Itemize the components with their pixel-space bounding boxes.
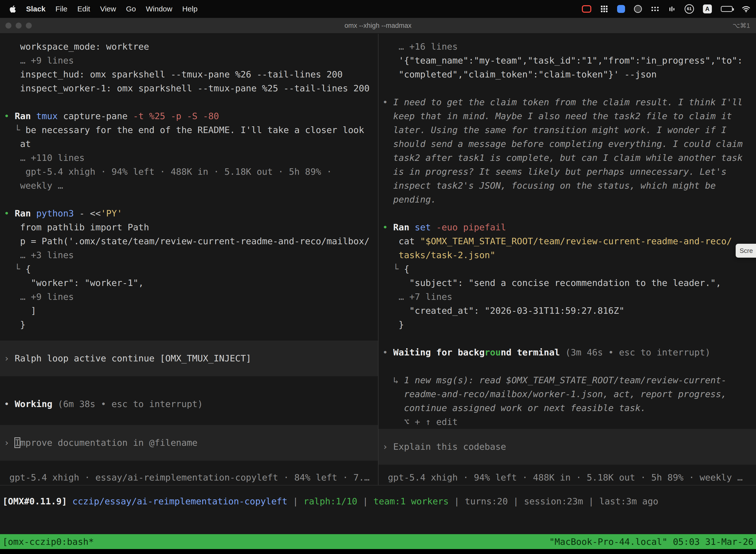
terminal-line: keep that in mind. Maybe I also need the… bbox=[382, 109, 756, 123]
terminal-line: inspect task2's JSON, focusing on the st… bbox=[382, 179, 756, 192]
text-segment: … +16 lines bbox=[382, 42, 458, 52]
menu-item-view[interactable]: View bbox=[100, 5, 116, 13]
menu-item-edit[interactable]: Edit bbox=[77, 5, 90, 13]
active-app-name[interactable]: Slack bbox=[26, 5, 45, 13]
terminal-line: gpt-5.4 xhigh · 94% left · 488K in · 5.1… bbox=[382, 470, 756, 485]
terminal-line: '{"team_name":"my-team","task_id":"1","f… bbox=[382, 54, 756, 67]
prompt-strip-explain[interactable]: › Explain this codebase bbox=[378, 429, 756, 465]
text-segment: python3 bbox=[36, 208, 79, 218]
input-source-icon[interactable]: A bbox=[703, 4, 712, 13]
composer-suggestion-line[interactable]: › Explain this codebase bbox=[382, 440, 752, 454]
text-segment: readme-and-reco/mailbox/worker-1.json, a… bbox=[382, 389, 727, 399]
text-segment: • bbox=[4, 399, 15, 409]
prompt-strip-ralph: › Ralph loop active continue [OMX_TMUX_I… bbox=[0, 340, 378, 376]
terminal-line: … +9 lines bbox=[4, 290, 378, 304]
text-segment: weekly … bbox=[4, 180, 63, 190]
text-segment: be necessary for the end of the README. … bbox=[25, 125, 364, 135]
text-segment: - << bbox=[79, 208, 101, 218]
text-segment: • bbox=[382, 222, 393, 232]
tmux-host-and-clock: "MacBook-Pro-44.local" 05:03 31-Mar-26 bbox=[549, 537, 754, 547]
text-segment: keep that in mind. Maybe I also need the… bbox=[382, 111, 732, 121]
terminal-line: └ be necessary for the end of the README… bbox=[4, 123, 378, 137]
apple-menu-icon[interactable] bbox=[9, 5, 16, 13]
text-segment: • bbox=[4, 208, 15, 218]
tmux-session-name: [omx-cczip0:bash* bbox=[2, 537, 94, 547]
left-pane-statusline: gpt-5.4 xhigh · essay/ai-reimplementatio… bbox=[4, 470, 378, 485]
text-segment: | bbox=[358, 496, 374, 506]
text-segment: | bbox=[288, 496, 304, 506]
minimize-button[interactable] bbox=[16, 22, 21, 29]
terminal-line: inspect_worker-1: omx sparkshell --tmux-… bbox=[4, 81, 378, 95]
close-button[interactable] bbox=[5, 22, 11, 29]
text-segment: tasks/task-2.json" bbox=[382, 250, 495, 260]
text-segment: workspace_mode: worktree bbox=[4, 42, 149, 52]
text-segment: session:23m bbox=[524, 496, 583, 506]
terminal-line bbox=[4, 192, 378, 207]
zoom-button[interactable] bbox=[26, 22, 32, 29]
bars-icon[interactable] bbox=[668, 5, 676, 13]
text-segment: gpt-5.4 xhigh · 94% left · 488K in · 5.1… bbox=[382, 472, 743, 483]
text-segment: p = Path('.omx/state/team/review-current… bbox=[4, 236, 370, 246]
terminal-line: ↳ 1 new msg(s): read $OMX_TEAM_STATE_ROO… bbox=[382, 373, 756, 387]
dots-grid-icon[interactable] bbox=[651, 6, 659, 12]
terminal-line: • Waiting for background terminal (3m 46… bbox=[382, 345, 756, 359]
text-segment: { bbox=[25, 264, 31, 274]
text-segment: | bbox=[583, 496, 599, 506]
text-segment: "created_at": "2026-03-31T11:59:27.816Z" bbox=[382, 306, 624, 316]
text-segment: inspect_worker-1: omx sparkshell --tmux-… bbox=[4, 83, 370, 93]
text-segment: • bbox=[382, 347, 393, 357]
menu-bar-status-icons: 61 A bbox=[582, 4, 751, 14]
text-segment: later. Using the same for transition mig… bbox=[382, 125, 727, 135]
text-segment: turns:20 bbox=[465, 496, 508, 506]
terminal-line: continue assigned work or next feasible … bbox=[382, 401, 756, 415]
raycast-icon[interactable] bbox=[617, 5, 625, 13]
text-segment: … +9 lines bbox=[4, 292, 74, 302]
menu-bar: Slack File Edit View Go Window Help 61 A bbox=[0, 0, 756, 18]
tmux-panes: workspace_mode: worktree … +9 lines insp… bbox=[0, 34, 756, 485]
terminal-line: later. Using the same for transition mig… bbox=[382, 123, 756, 137]
app-circle-icon[interactable] bbox=[634, 5, 642, 13]
text-segment: • bbox=[4, 111, 15, 121]
text-segment: Ran bbox=[15, 208, 36, 218]
terminal-line: gpt-5.4 xhigh · 94% left · 488K in · 5.1… bbox=[4, 165, 378, 179]
gauge-icon[interactable]: 61 bbox=[685, 4, 694, 14]
terminal: workspace_mode: worktree … +9 lines insp… bbox=[0, 34, 756, 554]
right-pane-output: … +16 lines '{"team_name":"my-team","tas… bbox=[382, 40, 756, 429]
terminal-line: … +9 lines bbox=[4, 54, 378, 67]
spacer bbox=[382, 465, 756, 470]
terminal-line: pending. bbox=[382, 192, 756, 207]
terminal-line bbox=[4, 95, 378, 109]
prompt-strip-improve[interactable]: › Improve documentation in @filename bbox=[0, 425, 378, 461]
screenshot-notification[interactable]: Scre bbox=[736, 244, 756, 258]
menu-item-go[interactable]: Go bbox=[126, 5, 136, 13]
terminal-line: • Ran python3 - <<'PY' bbox=[4, 207, 378, 220]
text-segment: } bbox=[382, 320, 404, 330]
menu-item-help[interactable]: Help bbox=[182, 5, 198, 13]
terminal-line: p = Path('.omx/state/team/review-current… bbox=[4, 234, 378, 248]
terminal-line bbox=[382, 332, 756, 345]
text-segment: tmux bbox=[36, 111, 63, 121]
wifi-icon[interactable] bbox=[742, 5, 751, 12]
menu-bar-left: Slack File Edit View Go Window Help bbox=[9, 5, 197, 13]
text-segment: Working bbox=[15, 399, 58, 409]
omx-status-line: [OMX#0.11.9] cczip/essay/ai-reimplementa… bbox=[2, 494, 756, 508]
left-pane: workspace_mode: worktree … +9 lines insp… bbox=[0, 34, 378, 485]
injected-prompt-text: Ralph loop active continue [OMX_TMUX_INJ… bbox=[15, 353, 251, 364]
menu-item-file[interactable]: File bbox=[55, 5, 67, 13]
right-pane-statusline: gpt-5.4 xhigh · 94% left · 488K in · 5.1… bbox=[382, 470, 756, 485]
terminal-line: • Ran tmux capture-pane -t %25 -p -S -80 bbox=[4, 109, 378, 123]
screen-recording-indicator-icon[interactable] bbox=[582, 5, 591, 13]
menu-item-window[interactable]: Window bbox=[146, 5, 172, 13]
terminal-line: readme-and-reco/mailbox/worker-1.json, a… bbox=[382, 387, 756, 401]
text-segment: ] bbox=[4, 306, 36, 316]
window-shortcut-hint: ⌥⌘1 bbox=[733, 22, 756, 30]
text-segment: cat bbox=[382, 236, 420, 246]
text-segment: inspect_hud: omx sparkshell --tmux-pane … bbox=[4, 69, 342, 79]
grid-icon[interactable] bbox=[600, 5, 608, 13]
terminal-line: from pathlib import Path bbox=[4, 220, 378, 234]
omx-status-area: [OMX#0.11.9] cczip/essay/ai-reimplementa… bbox=[0, 485, 756, 534]
terminal-line: "subject": "send a concise recommendatio… bbox=[382, 276, 756, 290]
terminal-line: └ { bbox=[4, 262, 378, 276]
battery-icon[interactable] bbox=[721, 6, 733, 12]
composer-input-line[interactable]: › Improve documentation in @filename bbox=[4, 436, 374, 450]
